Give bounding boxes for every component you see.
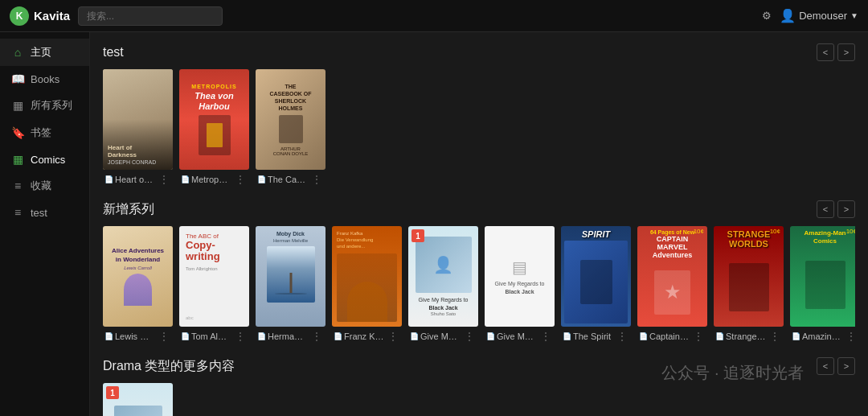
sidebar-item-comics[interactable]: ▦ Comics — [0, 146, 89, 172]
book-menu-metro[interactable]: ⋮ — [233, 173, 248, 186]
book-menu-sherlock[interactable]: ⋮ — [309, 173, 324, 186]
book-info-strange: 📄 Strange Worlds ⋮ — [714, 327, 784, 343]
book-card-kafka[interactable]: Franz Kafka Die Verwandlungund andere...… — [332, 226, 402, 343]
content-area: test < > Heart ofDarkness JOS — [90, 32, 868, 416]
section-drama-nav: < > — [817, 357, 855, 375]
sidebar-label-home: 主页 — [31, 45, 51, 60]
book-cover-amazing: 10¢ Amazing-ManComics — [790, 226, 855, 327]
section-newseries-prev[interactable]: < — [817, 200, 834, 218]
book-info-bj1: 📄 Give My Rega... ⋮ — [408, 327, 478, 343]
book-menu-abc[interactable]: ⋮ — [233, 330, 248, 343]
book-type-icon-captain: 📄 — [639, 332, 648, 340]
search-input[interactable] — [78, 6, 223, 26]
book-menu-alice[interactable]: ⋮ — [157, 330, 171, 343]
book-info-abc: 📄 Tom Albrighton... ⋮ — [179, 327, 249, 343]
book-card-bj2[interactable]: ▤ Give My Regards toBlack Jack 📄 Give My… — [485, 226, 555, 343]
notification-icon[interactable]: ⚙ — [762, 10, 772, 22]
book-card-hd[interactable]: Heart ofDarkness JOSEPH CONRAD 📄 Heart o… — [103, 69, 173, 186]
section-test-next[interactable]: > — [837, 43, 855, 61]
book-menu-captain[interactable]: ⋮ — [691, 330, 706, 343]
book-cover-strange: 10¢ STRANGEWORLDS — [714, 226, 784, 327]
user-menu[interactable]: 👤 Demouser ▼ — [780, 8, 858, 23]
logo-icon: K — [10, 6, 29, 26]
sidebar-label-test: test — [31, 207, 47, 219]
section-drama: Drama 类型的更多内容 < > 1 👤 — [103, 357, 855, 416]
book-cover-abc: The ABC of Copy-writing Tom Albrighton a… — [179, 226, 249, 327]
sidebar-item-allseries[interactable]: ▦ 所有系列 — [0, 92, 89, 119]
sidebar-label-collection: 收藏 — [31, 179, 51, 193]
book-type-icon-strange: 📄 — [715, 332, 724, 340]
book-cover-hd: Heart ofDarkness JOSEPH CONRAD — [103, 69, 173, 170]
section-newseries-title: 新增系列 — [103, 201, 154, 218]
book-menu-bj2[interactable]: ⋮ — [538, 330, 553, 343]
book-title-amazing: Amazing-Ma... — [802, 332, 842, 341]
book-card-abc[interactable]: The ABC of Copy-writing Tom Albrighton a… — [179, 226, 249, 343]
book-menu-spirit[interactable]: ⋮ — [615, 330, 629, 343]
newseries-book-row: Alice Adventuresin Wonderland Lewis Carr… — [103, 226, 855, 343]
book-card-alice[interactable]: Alice Adventuresin Wonderland Lewis Carr… — [103, 226, 173, 343]
book-menu-bj1[interactable]: ⋮ — [462, 330, 477, 343]
book-cover-moby: Moby Dick Herman Melville — [256, 226, 326, 327]
sidebar: ⌂ 主页 📖 Books ▦ 所有系列 🔖 书签 ▦ Comics ≡ 收藏 ≡… — [0, 32, 90, 416]
sidebar-item-test[interactable]: ≡ test — [0, 200, 89, 225]
book-menu-amazing[interactable]: ⋮ — [844, 330, 855, 343]
bookmark-icon: 🔖 — [11, 126, 24, 139]
book-menu-hd[interactable]: ⋮ — [157, 173, 171, 186]
book-title-moby: Herman Melvi... — [268, 332, 308, 341]
book-cover-captain: 10¢ 64 Pages of New CAPTAIN MARVELAdvent… — [637, 226, 707, 327]
home-icon: ⌂ — [11, 46, 24, 59]
book-title-spirit: The Spirit — [573, 332, 613, 341]
book-info-amazing: 📄 Amazing-Ma... ⋮ — [790, 327, 855, 343]
section-test: test < > Heart ofDarkness JOS — [103, 43, 855, 186]
book-type-icon-alice: 📄 — [104, 332, 113, 340]
section-newseries-header: 新增系列 < > — [103, 200, 855, 218]
main-layout: ⌂ 主页 📖 Books ▦ 所有系列 🔖 书签 ▦ Comics ≡ 收藏 ≡… — [0, 32, 868, 416]
section-drama-next[interactable]: > — [837, 357, 855, 375]
comics-icon: ▦ — [11, 153, 24, 166]
book-card-sherlock[interactable]: THECASEBOOK OFSHERLOCKHOLMES ARTHURCONAN… — [256, 69, 326, 186]
collection-icon: ≡ — [11, 179, 24, 192]
book-cover-drama: 1 👤 — [103, 383, 173, 416]
book-card-spirit[interactable]: SPIRIT 📄 The Spirit ⋮ — [561, 226, 631, 343]
book-type-icon-bj1: 📄 — [410, 332, 419, 340]
book-card-captain[interactable]: 10¢ 64 Pages of New CAPTAIN MARVELAdvent… — [637, 226, 707, 343]
sidebar-label-allseries: 所有系列 — [31, 98, 72, 113]
book-info-metro: 📄 Metropolis ⋮ — [179, 170, 249, 186]
book-cover-sherlock: THECASEBOOK OFSHERLOCKHOLMES ARTHURCONAN… — [256, 69, 326, 170]
sidebar-item-books[interactable]: 📖 Books — [0, 66, 89, 92]
book-info-kafka: 📄 Franz Kafka... ⋮ — [332, 327, 402, 343]
book-type-icon-abc: 📄 — [181, 332, 190, 340]
book-cover-alice: Alice Adventuresin Wonderland Lewis Carr… — [103, 226, 173, 327]
book-title-sherlock: The Casebo... — [268, 175, 308, 184]
topbar: K Kavita ⚙ 👤 Demouser ▼ — [0, 0, 868, 32]
username-label: Demouser — [799, 10, 847, 22]
book-menu-strange[interactable]: ⋮ — [768, 330, 782, 343]
user-icon: 👤 — [780, 8, 796, 23]
sidebar-label-books: Books — [31, 73, 59, 85]
book-menu-kafka[interactable]: ⋮ — [386, 330, 400, 343]
book-title-hd: Heart of Dark... — [115, 175, 155, 184]
sidebar-item-home[interactable]: ⌂ 主页 — [0, 39, 89, 66]
book-card-amazing[interactable]: 10¢ Amazing-ManComics 📄 Amazing-Ma... ⋮ — [790, 226, 855, 343]
section-test-prev[interactable]: < — [817, 43, 834, 61]
book-card-strange[interactable]: 10¢ STRANGEWORLDS 📄 Strange Worlds ⋮ — [714, 226, 784, 343]
book-info-bj2: 📄 Give My Rega... ⋮ — [485, 327, 555, 343]
book-info-spirit: 📄 The Spirit ⋮ — [561, 327, 631, 343]
sidebar-item-bookmarks[interactable]: 🔖 书签 — [0, 119, 89, 146]
book-card-metro[interactable]: METROPOLIS Thea vonHarbou 📄 Metropolis ⋮ — [179, 69, 249, 186]
book-title-bj2: Give My Rega... — [497, 332, 537, 341]
section-newseries-next[interactable]: > — [837, 200, 855, 218]
topbar-right: ⚙ 👤 Demouser ▼ — [762, 8, 858, 23]
section-newseries: 新增系列 < > Alice Adventuresin Wonderland L… — [103, 200, 855, 343]
book-cover-metro: METROPOLIS Thea vonHarbou — [179, 69, 249, 170]
book-cover-bj1: 1 👤 Give My Regards toBlack Jack Shuho S… — [408, 226, 478, 327]
badge-number: 1 — [411, 229, 424, 242]
book-menu-moby[interactable]: ⋮ — [309, 330, 324, 343]
book-title-bj1: Give My Rega... — [420, 332, 461, 341]
sidebar-item-collection[interactable]: ≡ 收藏 — [0, 172, 89, 200]
app-logo[interactable]: K Kavita — [10, 6, 70, 26]
section-drama-prev[interactable]: < — [817, 357, 834, 375]
book-card-bj1[interactable]: 1 👤 Give My Regards toBlack Jack Shuho S… — [408, 226, 478, 343]
book-card-drama[interactable]: 1 👤 — [103, 383, 173, 416]
book-card-moby[interactable]: Moby Dick Herman Melville 📄 Herman Melvi… — [256, 226, 326, 343]
